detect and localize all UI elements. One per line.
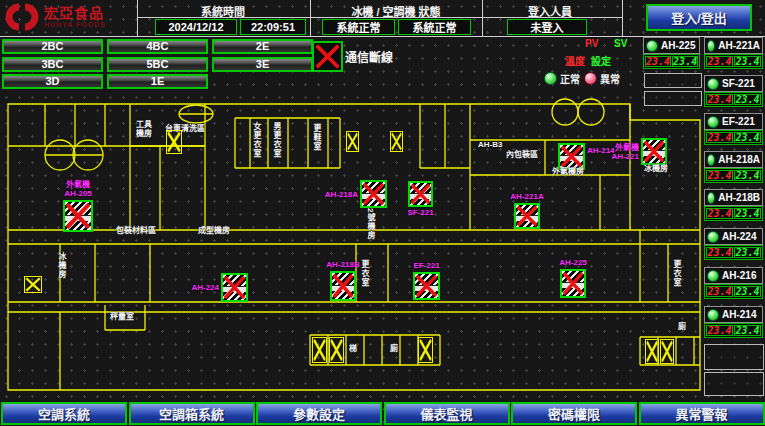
ahu-unit-icon[interactable] bbox=[221, 273, 248, 302]
unit-name-label: AH-224 bbox=[722, 231, 756, 242]
unit-name-label: AH-221A bbox=[718, 40, 760, 51]
sidebar-unit-ah-218a[interactable]: AH-218A bbox=[704, 151, 763, 168]
unit-sv-value: 23.4 bbox=[734, 132, 761, 143]
temp-header: 溫度 bbox=[565, 53, 585, 68]
unit-pv-value: 23.4 bbox=[706, 325, 733, 336]
setpoint-header: 設定 bbox=[591, 53, 611, 68]
room-label: 男更衣室 bbox=[272, 122, 281, 158]
stair-x-icon bbox=[660, 339, 674, 364]
unit-values-ah-225: 23.423.4 bbox=[643, 54, 700, 69]
brand-subtitle: HUNYA FOODS bbox=[44, 21, 106, 28]
system-time-label: 系統時間 bbox=[168, 3, 278, 19]
unit-pv-value: 23.4 bbox=[706, 94, 733, 105]
floorplan: 外氣機 AH-205AH-218ASF-221AH-214外氣機 AH-221A… bbox=[0, 88, 705, 398]
unit-status-led-icon bbox=[646, 40, 658, 52]
unit-name-label: AH-216 bbox=[722, 270, 756, 281]
ahu-equipment-label: AH-221A bbox=[510, 192, 543, 201]
abnormal-led-icon bbox=[584, 72, 597, 85]
ahu-unit-icon[interactable] bbox=[63, 200, 93, 232]
unit-values-ah-214: 23.423.4 bbox=[704, 323, 763, 338]
sidebar-empty-slot bbox=[644, 91, 702, 106]
abnormal-label: 異常 bbox=[600, 71, 620, 86]
legend-abnormal: 異常 bbox=[584, 71, 620, 86]
room-label: 冰機房 bbox=[644, 164, 668, 173]
ahu-unit-icon[interactable] bbox=[558, 143, 585, 170]
floor-button-3d[interactable]: 3D bbox=[2, 74, 103, 89]
sidebar-unit-ef-221[interactable]: EF-221 bbox=[704, 113, 763, 130]
sidebar-unit-sf-221[interactable]: SF-221 bbox=[704, 75, 763, 92]
ahu-status-value: 系統正常 bbox=[398, 19, 471, 35]
sidebar-unit-ah-224[interactable]: AH-224 bbox=[704, 228, 763, 245]
floor-button-2e[interactable]: 2E bbox=[212, 39, 313, 54]
nav-button-6[interactable]: 異常警報 bbox=[639, 402, 765, 425]
unit-status-led-icon bbox=[707, 192, 715, 204]
ahu-unit-icon[interactable] bbox=[360, 180, 387, 208]
ahu-unit-icon[interactable] bbox=[641, 138, 667, 165]
room-label: 梯 bbox=[349, 344, 357, 353]
unit-values-ah-216: 23.423.4 bbox=[704, 284, 763, 299]
stair-x-icon bbox=[166, 130, 182, 154]
separator bbox=[137, 0, 138, 36]
sidebar-unit-ah-225[interactable]: AH-225 bbox=[643, 37, 700, 54]
nav-button-4[interactable]: 儀表監視 bbox=[384, 402, 510, 425]
room-label: 外氣機房 bbox=[552, 167, 584, 176]
sidebar-unit-ah-221a[interactable]: AH-221A bbox=[704, 37, 763, 54]
floor-button-4bc[interactable]: 4BC bbox=[107, 39, 208, 54]
sv-header: SV bbox=[614, 38, 627, 49]
unit-name-label: AH-218A bbox=[718, 154, 760, 165]
room-label: 廁 bbox=[390, 344, 398, 353]
unit-sv-value: 23.4 bbox=[734, 94, 761, 105]
floor-button-2bc[interactable]: 2BC bbox=[2, 39, 103, 54]
unit-sv-value: 23.4 bbox=[734, 56, 761, 67]
separator bbox=[622, 0, 623, 36]
sidebar-unit-ah-214[interactable]: AH-214 bbox=[704, 306, 763, 323]
stair-x-icon bbox=[312, 337, 327, 363]
ahu-equipment-label: SF-221 bbox=[407, 208, 433, 217]
room-label: 更鞋室 bbox=[312, 124, 321, 151]
floor-button-3e[interactable]: 3E bbox=[212, 57, 313, 72]
nav-button-1[interactable]: 空調系統 bbox=[1, 402, 127, 425]
ahu-equipment-label: 外氣機 AH-205 bbox=[64, 180, 92, 198]
comm-loss-label: 通信斷線 bbox=[345, 48, 393, 65]
unit-status-led-icon bbox=[707, 154, 715, 166]
login-logout-button[interactable]: 登入/登出 bbox=[646, 4, 752, 31]
sidebar-unit-ah-218b[interactable]: AH-218B bbox=[704, 189, 763, 206]
nav-button-2[interactable]: 空調箱系統 bbox=[129, 402, 255, 425]
normal-led-icon bbox=[544, 72, 557, 85]
room-label: 女更衣室 bbox=[252, 122, 261, 158]
unit-sv-value: 23.4 bbox=[734, 208, 761, 219]
room-label: 2號機房 bbox=[366, 208, 375, 240]
ahu-unit-icon[interactable] bbox=[560, 269, 586, 298]
nav-button-3[interactable]: 參數設定 bbox=[256, 402, 382, 425]
ahu-equipment-label: AH-218B bbox=[326, 260, 359, 269]
unit-pv-value: 23.4 bbox=[706, 170, 733, 181]
comm-loss-icon bbox=[312, 41, 343, 72]
login-status-value: 未登入 bbox=[507, 19, 587, 35]
unit-status-led-icon bbox=[707, 270, 719, 282]
sidebar-unit-ah-216[interactable]: AH-216 bbox=[704, 267, 763, 284]
nav-button-5[interactable]: 密碼權限 bbox=[511, 402, 637, 425]
stair-x-icon bbox=[24, 276, 42, 293]
ahu-equipment-label: AH-224 bbox=[191, 283, 219, 292]
ahu-unit-icon[interactable] bbox=[330, 271, 356, 301]
unit-sv-value: 23.4 bbox=[672, 56, 698, 67]
unit-status-led-icon bbox=[707, 40, 715, 52]
unit-sv-value: 23.4 bbox=[734, 247, 761, 258]
unit-status-led-icon bbox=[707, 116, 719, 128]
unit-pv-value: 23.4 bbox=[706, 247, 733, 258]
ahu-unit-icon[interactable] bbox=[413, 272, 440, 300]
ahu-equipment-label: AH-218A bbox=[325, 190, 358, 199]
ahu-unit-icon[interactable] bbox=[514, 203, 540, 229]
sidebar-empty-slot bbox=[644, 73, 702, 88]
floor-button-1e[interactable]: 1E bbox=[107, 74, 208, 89]
floor-button-5bc[interactable]: 5BC bbox=[107, 57, 208, 72]
unit-values-ah-221a: 23.423.4 bbox=[704, 54, 763, 69]
ahu-equipment-label: 外氣機 AH-221 bbox=[611, 143, 639, 161]
floor-button-3bc[interactable]: 3BC bbox=[2, 57, 103, 72]
ahu-unit-icon[interactable] bbox=[408, 181, 433, 207]
unit-sv-value: 23.4 bbox=[734, 286, 761, 297]
room-label: 廁 bbox=[678, 322, 686, 331]
room-label: 秤量室 bbox=[110, 312, 134, 321]
stair-x-icon bbox=[418, 337, 433, 363]
brand-logo: 宏亞食品 HUNYA FOODS bbox=[4, 2, 106, 32]
